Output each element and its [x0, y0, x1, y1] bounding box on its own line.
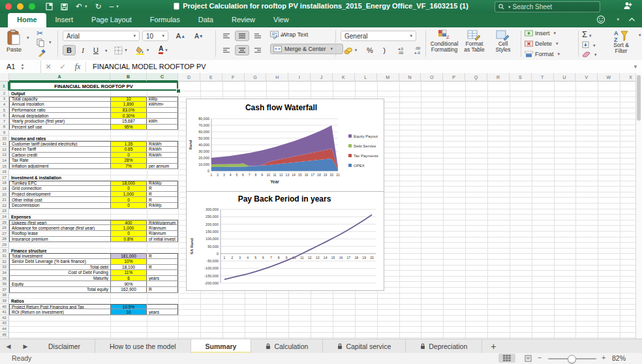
row-12-label-cell[interactable]: Feed in Tariff — [9, 147, 110, 153]
row-27-unit-cell[interactable]: R/annum — [147, 231, 178, 237]
row-header-28[interactable]: 28 — [0, 237, 9, 243]
row-21-value-cell[interactable]: 0 — [110, 197, 147, 203]
column-header-W[interactable]: W — [598, 73, 620, 82]
selected-cell-a1[interactable]: FINANCIAL MODEL ROOFTOP PV — [9, 82, 178, 91]
row-5-label-cell[interactable]: Performance ratio — [9, 108, 110, 114]
row-6-label-cell[interactable]: Annual degradation — [9, 113, 110, 119]
row-header-10[interactable]: 10 — [0, 136, 9, 142]
undo-icon[interactable]: ↶▾ — [76, 2, 87, 11]
column-header-D[interactable]: D — [178, 73, 200, 82]
cut-icon[interactable]: ✂ — [37, 29, 43, 38]
zoom-window-icon[interactable] — [29, 3, 35, 10]
clear-dropdown-icon[interactable]: ▾ — [594, 52, 597, 57]
bold-button[interactable]: B — [63, 45, 76, 55]
column-header-P[interactable]: P — [443, 73, 465, 82]
row-header-13[interactable]: 13 — [0, 153, 9, 159]
row-header-39[interactable]: 39 — [0, 298, 9, 304]
row-header-4[interactable]: 4 — [0, 102, 9, 108]
format-painter-icon[interactable] — [38, 49, 46, 57]
row-37-label-cell[interactable]: Total equity — [9, 287, 110, 293]
window-controls[interactable] — [5, 3, 35, 10]
decrease-font-icon[interactable]: A▼ — [191, 31, 207, 41]
row-header-12[interactable]: 12 — [0, 147, 9, 153]
sheet-tab-next-icon[interactable]: ▶ — [17, 339, 34, 354]
row-3-unit-cell[interactable]: kWp — [147, 97, 178, 102]
zoom-in-icon[interactable]: + — [602, 354, 605, 361]
share-icon[interactable] — [623, 1, 633, 10]
column-header-C[interactable]: C — [147, 73, 178, 82]
row-header-15[interactable]: 15 — [0, 164, 9, 170]
name-box[interactable]: A1 ▲▼ — [0, 61, 41, 73]
row-15-unit-cell[interactable]: per annum — [147, 164, 178, 170]
row-5-value-cell[interactable]: 83.0% — [110, 108, 147, 114]
row-33-value-cell[interactable]: 18,100 — [110, 265, 147, 271]
column-header-U[interactable]: U — [554, 73, 576, 82]
row-12-unit-cell[interactable]: R/kWh — [147, 147, 178, 153]
row-header-16[interactable]: 16 — [0, 169, 9, 175]
row-header-20[interactable]: 20 — [0, 192, 9, 198]
row-21-label-cell[interactable]: Other initial cost — [9, 197, 110, 203]
row-15-label-cell[interactable]: Inflation adjustment — [9, 164, 110, 170]
menu-tab-view[interactable]: View — [264, 13, 298, 27]
menu-tab-review[interactable]: Review — [222, 13, 264, 27]
row-15-value-cell[interactable]: 7% — [110, 164, 147, 170]
row-14-label-cell[interactable]: Tax Rate — [9, 158, 110, 164]
row-34-label-cell[interactable]: Cost of Debt Funding — [9, 270, 110, 276]
row-header-19[interactable]: 19 — [0, 186, 9, 192]
collapse-ribbon-icon[interactable] — [628, 17, 635, 22]
row-header-24[interactable]: 24 — [0, 214, 9, 220]
copy-icon[interactable] — [37, 38, 44, 47]
redo-icon[interactable]: ↻ — [95, 2, 102, 11]
row-8-unit-cell[interactable] — [147, 125, 178, 130]
row-22-label-cell[interactable]: Decommission — [9, 203, 110, 209]
row-header-18[interactable]: 18 — [0, 181, 9, 187]
increase-decimal-icon[interactable]: ◂.0.00 — [393, 45, 408, 55]
column-header-G[interactable]: G — [245, 73, 267, 82]
zoom-level-label[interactable]: 82% — [612, 354, 626, 362]
align-middle-icon[interactable] — [235, 31, 249, 41]
row-22-value-cell[interactable]: 0 — [110, 203, 147, 209]
row-27-label-cell[interactable]: Rooftop lease — [9, 231, 110, 237]
decrease-decimal-icon[interactable]: .00▸.0 — [410, 45, 425, 55]
row-header-31[interactable]: 31 — [0, 253, 9, 259]
row-41-unit-cell[interactable]: years — [147, 309, 178, 315]
column-header-Q[interactable]: Q — [465, 73, 487, 82]
underline-button[interactable]: U — [90, 45, 102, 55]
font-name-select[interactable]: Arial▾ — [63, 31, 140, 41]
clear-button[interactable] — [582, 51, 590, 57]
save-icon[interactable] — [61, 3, 68, 10]
paste-dropdown-icon[interactable]: ▾ — [27, 35, 29, 40]
row-28-unit-cell[interactable]: of initial invest — [147, 237, 178, 243]
zoom-slider-thumb[interactable] — [568, 355, 576, 363]
number-format-select[interactable]: General▾ — [341, 31, 416, 41]
column-header-B[interactable]: B — [110, 73, 147, 82]
conditional-formatting-button[interactable]: ≠ ConditionalFormatting — [429, 29, 459, 53]
row-header-42[interactable]: 42 — [0, 315, 9, 321]
column-header-F[interactable]: F — [222, 73, 245, 82]
row-20-value-cell[interactable]: 1,000 — [110, 192, 147, 198]
row-header-43[interactable]: 43 — [0, 321, 9, 327]
zoom-out-icon[interactable]: − — [538, 354, 542, 361]
column-header-I[interactable]: I — [288, 73, 311, 82]
row-33-label-cell[interactable]: Total debt — [9, 265, 110, 271]
row-28-value-cell[interactable]: 0.8% — [110, 237, 147, 243]
cash-flow-waterfall-chart[interactable]: 010,00020,00030,00040,00050,00060,00070,… — [186, 99, 384, 192]
cell-styles-button[interactable]: CellStyles — [489, 29, 517, 53]
row-17-section-label[interactable]: Investment & installation — [10, 175, 110, 181]
row-20-unit-cell[interactable]: R — [147, 192, 178, 198]
row-24-section-label[interactable]: Expenses — [10, 214, 110, 220]
column-header-H[interactable]: H — [266, 73, 288, 82]
wrap-text-button[interactable]: Wrap Text — [270, 31, 308, 38]
row-header-29[interactable]: 29 — [0, 242, 9, 248]
column-header-S[interactable]: S — [510, 73, 532, 82]
row-19-label-cell[interactable]: Grid connection — [9, 186, 110, 192]
column-header-K[interactable]: K — [333, 73, 355, 82]
row-header-26[interactable]: 26 — [0, 225, 9, 231]
sheet-tab-calculation[interactable]: Calculation — [251, 339, 323, 354]
sheet-tab-disclaimer[interactable]: Disclaimer — [34, 339, 95, 354]
comma-format-icon[interactable]: ) — [378, 45, 390, 55]
selection-fill-handle[interactable] — [176, 89, 181, 93]
row-34-value-cell[interactable]: 11% — [110, 270, 147, 276]
align-left-icon[interactable] — [219, 45, 234, 55]
row-33-unit-cell[interactable]: R — [147, 265, 178, 271]
